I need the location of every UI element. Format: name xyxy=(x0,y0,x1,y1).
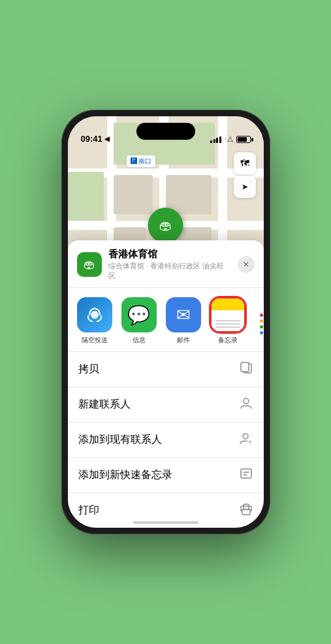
status-icons: ⋅⧊ xyxy=(210,135,251,144)
svg-rect-7 xyxy=(241,469,251,478)
stadium-icon: 🏟 xyxy=(159,218,172,233)
time-display: 09:41 xyxy=(81,134,102,144)
close-button[interactable]: ✕ xyxy=(238,256,255,273)
dynamic-island xyxy=(136,123,195,140)
share-row: 隔空投送 💬 信息 ✉ 邮件 xyxy=(68,288,264,352)
mail-icon: ✉ xyxy=(166,297,201,332)
notes-label: 备忘录 xyxy=(218,336,238,345)
action-list: 拷贝 新建联系人 xyxy=(68,352,264,528)
location-icon: 🏟 xyxy=(77,252,102,277)
location-sub: 综合体育馆 · 香港特别行政区 油尖旺区 xyxy=(108,261,231,281)
svg-point-3 xyxy=(244,398,249,404)
battery-icon xyxy=(236,136,251,143)
action-quick-note[interactable]: 添加到新快速备忘录 xyxy=(68,458,264,493)
quick-note-label: 添加到新快速备忘录 xyxy=(78,468,172,482)
messages-label: 信息 xyxy=(133,336,146,345)
location-arrow-icon: ◀ xyxy=(104,135,110,142)
action-copy[interactable]: 拷贝 xyxy=(68,352,264,387)
map-block xyxy=(114,175,153,214)
print-label: 打印 xyxy=(78,504,99,517)
location-header: 🏟 香港体育馆 综合体育馆 · 香港特别行政区 油尖旺区 ✕ xyxy=(68,240,264,288)
notes-icon xyxy=(210,297,245,332)
add-existing-icon: + xyxy=(239,431,253,449)
signal-bars xyxy=(210,137,221,143)
map-green xyxy=(68,172,104,221)
action-add-existing-contact[interactable]: 添加到现有联系人 + xyxy=(68,423,264,458)
location-button[interactable]: ➤ xyxy=(234,176,256,198)
share-airdrop[interactable]: 隔空投送 xyxy=(74,297,115,345)
new-contact-label: 新建联系人 xyxy=(78,398,131,411)
svg-point-12 xyxy=(249,509,250,510)
new-contact-icon xyxy=(239,396,253,413)
svg-point-0 xyxy=(91,311,99,319)
airdrop-label: 隔空投送 xyxy=(82,336,108,345)
map-controls: 🗺 ➤ xyxy=(234,152,256,198)
location-info: 香港体育馆 综合体育馆 · 香港特别行政区 油尖旺区 xyxy=(108,248,231,281)
share-notes[interactable]: 备忘录 xyxy=(208,297,248,345)
copy-label: 拷贝 xyxy=(78,362,99,376)
svg-text:+: + xyxy=(248,438,252,445)
print-icon xyxy=(239,502,253,519)
svg-rect-2 xyxy=(241,362,249,372)
more-dots xyxy=(260,314,263,334)
copy-icon xyxy=(239,361,253,378)
wifi-icon: ⋅⧊ xyxy=(225,135,233,144)
map-label: 🅿 南口 xyxy=(127,155,156,167)
share-more[interactable] xyxy=(252,297,264,345)
svg-rect-11 xyxy=(244,504,249,509)
airdrop-svg xyxy=(86,306,104,324)
location-name: 香港体育馆 xyxy=(108,248,231,261)
phone-frame: 09:41 ◀ ⋅⧊ xyxy=(61,110,270,534)
home-indicator xyxy=(133,521,198,524)
action-new-contact[interactable]: 新建联系人 xyxy=(68,387,264,423)
add-existing-label: 添加到现有联系人 xyxy=(78,433,162,447)
share-mail[interactable]: ✉ 邮件 xyxy=(163,297,204,345)
mail-label: 邮件 xyxy=(177,336,190,345)
battery-fill xyxy=(238,137,247,142)
bottom-sheet: 🏟 香港体育馆 综合体育馆 · 香港特别行政区 油尖旺区 ✕ xyxy=(68,240,264,528)
quick-note-icon xyxy=(239,466,253,484)
phone-screen: 09:41 ◀ ⋅⧊ xyxy=(68,116,264,528)
svg-rect-10 xyxy=(242,509,250,515)
notes-inner xyxy=(212,298,244,331)
share-messages[interactable]: 💬 信息 xyxy=(119,297,159,345)
svg-point-4 xyxy=(243,434,248,439)
map-type-button[interactable]: 🗺 xyxy=(234,152,256,174)
messages-icon: 💬 xyxy=(121,297,157,332)
airdrop-icon xyxy=(77,297,112,332)
status-time: 09:41 ◀ xyxy=(81,134,110,144)
